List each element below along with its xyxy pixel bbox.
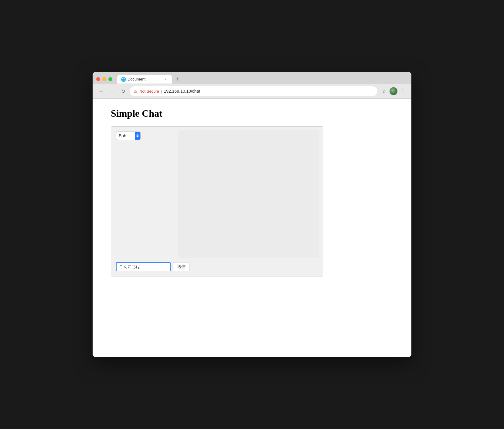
user-select-wrapper[interactable]: Alice Bob Charlie [116, 132, 141, 140]
active-tab[interactable]: 🌐 Document × [117, 75, 172, 84]
address-separator: | [161, 89, 162, 94]
address-actions: ☆ ⋮ [380, 87, 407, 95]
menu-button[interactable]: ⋮ [399, 87, 407, 95]
address-field[interactable]: ⚠ Not Secure | 192.168.10.10/chat [130, 86, 377, 96]
user-select-panel: Alice Bob Charlie [115, 130, 175, 258]
fullscreen-button[interactable] [108, 77, 112, 81]
browser-titlebar: 🌐 Document × + ← → ↻ ⚠ Not Secure | 192.… [93, 72, 411, 99]
arrow-up-icon [136, 134, 139, 136]
profile-avatar[interactable] [390, 87, 397, 95]
tab-close-button[interactable]: × [163, 77, 168, 82]
user-select[interactable]: Alice Bob Charlie [116, 132, 135, 139]
back-button[interactable]: ← [97, 87, 105, 95]
browser-window: 🌐 Document × + ← → ↻ ⚠ Not Secure | 192.… [93, 72, 411, 357]
tab-title: Document [128, 77, 162, 81]
tab-icon: 🌐 [121, 77, 126, 82]
tab-bar: 🌐 Document × + [93, 72, 411, 84]
address-url: 192.168.10.10/chat [164, 89, 200, 94]
forward-button[interactable]: → [108, 87, 116, 95]
message-input[interactable] [116, 262, 171, 271]
new-tab-button[interactable]: + [173, 74, 182, 84]
traffic-lights [96, 77, 112, 81]
select-arrows-button[interactable] [135, 132, 140, 140]
chat-messages-area [178, 130, 319, 258]
chat-top: Alice Bob Charlie [115, 130, 319, 258]
chat-bottom: 送信 [115, 261, 319, 273]
reload-button[interactable]: ↻ [119, 87, 127, 95]
send-button[interactable]: 送信 [173, 262, 189, 271]
address-bar: ← → ↻ ⚠ Not Secure | 192.168.10.10/chat … [93, 84, 411, 98]
arrow-down-icon [136, 136, 139, 137]
page-title: Simple Chat [111, 108, 393, 119]
not-secure-icon: ⚠ [134, 89, 138, 94]
page-content: Simple Chat Alice Bob Charlie [93, 99, 411, 357]
close-button[interactable] [96, 77, 100, 81]
minimize-button[interactable] [102, 77, 106, 81]
not-secure-label: Not Secure [139, 89, 159, 94]
chat-divider [177, 130, 177, 258]
chat-container: Alice Bob Charlie [111, 126, 323, 276]
bookmark-button[interactable]: ☆ [380, 87, 388, 95]
